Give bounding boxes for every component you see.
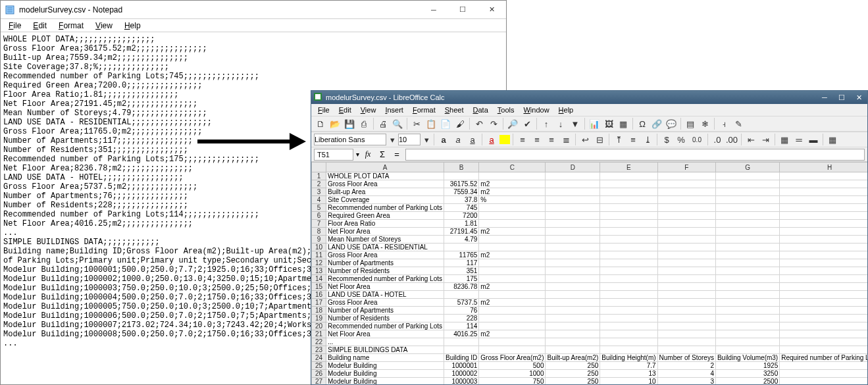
cell[interactable]: 175 (444, 275, 478, 283)
function-wizard-icon[interactable]: fx (362, 149, 374, 161)
maximize-button[interactable]: ☐ (448, 1, 477, 19)
cell[interactable]: Building ID (444, 354, 478, 362)
cell[interactable] (600, 322, 657, 330)
cell[interactable] (780, 330, 867, 338)
cell[interactable] (657, 244, 715, 251)
chart-icon[interactable]: 📊 (588, 117, 601, 130)
cell[interactable] (715, 259, 779, 267)
cell[interactable] (479, 259, 546, 267)
cell[interactable]: 25 (780, 378, 867, 385)
print-icon[interactable]: 🖨 (376, 117, 390, 130)
cell[interactable] (600, 236, 657, 244)
cell[interactable]: Modelur Building (326, 378, 444, 385)
row-header[interactable]: 12 (312, 259, 326, 267)
paste-icon[interactable]: 📄 (439, 117, 452, 130)
notepad-menu-view[interactable]: View (90, 20, 118, 32)
cell[interactable] (657, 204, 715, 212)
minimize-button[interactable]: ─ (419, 1, 448, 19)
cell[interactable]: 1000002 (444, 370, 478, 378)
calc-menu-data[interactable]: Data (469, 105, 492, 115)
number-format-icon[interactable]: 0.0 (689, 133, 705, 146)
row-header[interactable]: 3 (312, 188, 326, 196)
cell[interactable]: Number of Residents (326, 267, 444, 275)
cell[interactable] (546, 307, 600, 315)
row-header[interactable]: 22 (312, 338, 326, 346)
conditional-format-icon[interactable]: ▦ (826, 133, 839, 146)
column-header[interactable]: E (600, 163, 657, 172)
cell[interactable] (715, 346, 779, 354)
cell[interactable] (546, 220, 600, 228)
cell[interactable]: Modelur Building (326, 362, 444, 370)
cell[interactable] (600, 275, 657, 283)
increase-indent-icon[interactable]: ⇥ (759, 133, 772, 146)
cell[interactable] (780, 236, 867, 244)
cell[interactable] (715, 251, 779, 259)
cell[interactable]: m2 (479, 251, 546, 259)
cell[interactable] (657, 307, 715, 315)
cell[interactable]: 8236.78 (444, 283, 478, 291)
cell[interactable]: 1.81 (444, 220, 478, 228)
cell[interactable]: % (479, 196, 546, 204)
cell[interactable] (715, 180, 779, 188)
cell[interactable]: 2 (657, 362, 715, 370)
cell[interactable]: Floor Area Ratio (326, 220, 444, 228)
cell[interactable] (479, 322, 546, 330)
cell[interactable] (780, 220, 867, 228)
cell[interactable] (780, 315, 867, 322)
cell[interactable] (479, 204, 546, 212)
cell[interactable] (600, 330, 657, 338)
cell[interactable]: 7.7 (600, 362, 657, 370)
cell[interactable]: 228 (444, 315, 478, 322)
row-header[interactable]: 26 (312, 370, 326, 378)
notepad-menu-help[interactable]: Help (119, 20, 146, 32)
cell[interactable]: 13 (600, 370, 657, 378)
cell[interactable] (657, 196, 715, 204)
cell[interactable]: Gross Floor Area (326, 251, 444, 259)
cell[interactable]: Recommended number of Parking Lots (326, 275, 444, 283)
column-header[interactable]: H (780, 163, 867, 172)
cell[interactable]: Building name (326, 354, 444, 362)
freeze-icon[interactable]: ❄ (698, 117, 711, 130)
cell[interactable]: Net Floor Area (326, 228, 444, 236)
cell[interactable]: 117 (444, 259, 478, 267)
align-middle-icon[interactable]: ≡ (626, 133, 640, 146)
cell[interactable] (657, 259, 715, 267)
cell[interactable]: Building Volume(m3) (715, 354, 779, 362)
cell[interactable]: 1000 (479, 370, 546, 378)
comment-icon[interactable]: 💬 (665, 117, 678, 130)
cell[interactable] (715, 228, 779, 236)
cell[interactable]: 7200 (444, 212, 478, 220)
split-window-icon[interactable]: ⫞ (717, 117, 730, 130)
cell[interactable]: 10 (600, 378, 657, 385)
cell[interactable] (715, 307, 779, 315)
row-header[interactable]: 8 (312, 228, 326, 236)
cell[interactable] (780, 283, 867, 291)
cell[interactable]: 1000003 (444, 378, 478, 385)
border-style-icon[interactable]: ═ (792, 133, 805, 146)
cell[interactable] (546, 251, 600, 259)
cell[interactable] (546, 212, 600, 220)
fontsize-dropdown-icon[interactable]: ▾ (422, 133, 431, 146)
cell[interactable] (600, 259, 657, 267)
cell[interactable]: 750 (479, 378, 546, 385)
cell[interactable] (780, 212, 867, 220)
cell[interactable] (780, 172, 867, 180)
highlight-color-icon[interactable] (499, 135, 510, 144)
cell[interactable] (780, 180, 867, 188)
cell[interactable] (657, 212, 715, 220)
cell[interactable]: m2 (479, 188, 546, 196)
cell[interactable]: 250 (546, 362, 600, 370)
row-header[interactable]: 11 (312, 251, 326, 259)
cell[interactable]: m2 (479, 283, 546, 291)
cell[interactable]: Built-up Area (326, 188, 444, 196)
cell[interactable] (546, 180, 600, 188)
cell[interactable] (715, 188, 779, 196)
cell[interactable] (715, 299, 779, 307)
calc-menu-window[interactable]: Window (519, 105, 553, 115)
cell[interactable] (780, 299, 867, 307)
row-header[interactable]: 10 (312, 244, 326, 251)
cell[interactable]: 1000001 (444, 362, 478, 370)
cell[interactable] (546, 299, 600, 307)
row-header[interactable]: 14 (312, 275, 326, 283)
cell[interactable] (479, 220, 546, 228)
